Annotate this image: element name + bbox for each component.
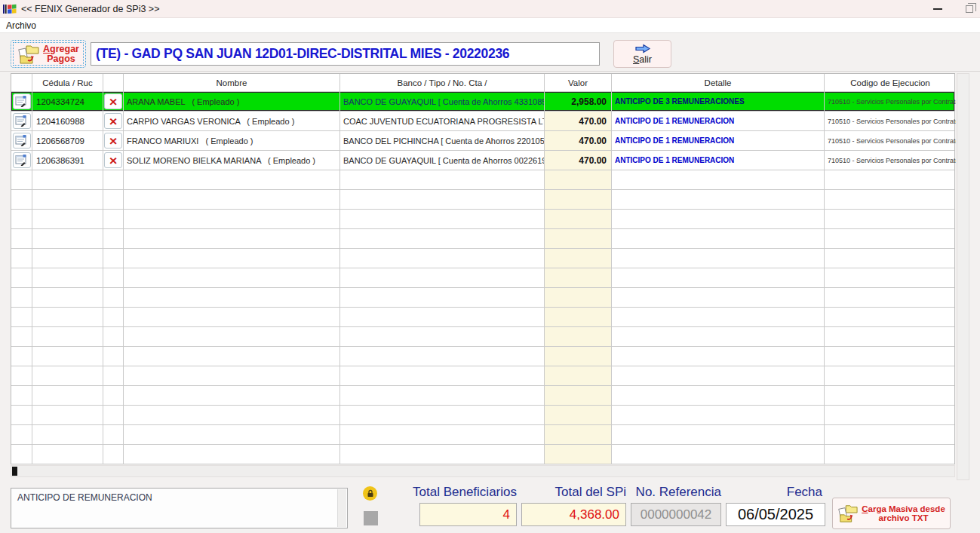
table-row-empty[interactable] xyxy=(11,229,954,249)
empty-cell xyxy=(32,445,103,464)
edit-cell xyxy=(11,112,32,130)
table-row-empty[interactable] xyxy=(11,308,954,327)
empty-cell xyxy=(103,445,124,464)
table-row-empty[interactable] xyxy=(11,288,954,308)
column-header-delete xyxy=(103,74,124,91)
empty-cell xyxy=(612,308,825,326)
empty-cell xyxy=(11,347,32,366)
empty-cell xyxy=(545,308,612,326)
carga-masiva-button[interactable]: Carga Masiva desde archivo TXT xyxy=(832,498,951,529)
empty-cell xyxy=(545,425,612,444)
table-row[interactable]: 1204334724✕ARANA MABEL ( Empleado )BANCO… xyxy=(11,92,954,112)
column-header-codigo: Codigo de Ejecucion xyxy=(825,74,956,91)
banco-cell: BANCO DE GUAYAQUIL [ Cuenta de Ahorros 0… xyxy=(340,151,545,170)
empty-cell xyxy=(340,386,545,405)
empty-cell xyxy=(124,229,340,248)
empty-cell xyxy=(825,327,956,346)
empty-cell xyxy=(545,268,612,287)
column-header-nombre: Nombre xyxy=(124,74,340,91)
total-beneficiarios-label: Total Beneficiarios xyxy=(362,485,517,501)
delete-cell: ✕ xyxy=(103,151,124,170)
empty-cell xyxy=(825,425,956,444)
table-row-empty[interactable] xyxy=(11,386,954,406)
empty-cell xyxy=(11,425,32,444)
empty-cell xyxy=(340,288,545,307)
empty-cell xyxy=(11,308,32,326)
edit-cell xyxy=(11,131,32,150)
empty-cell xyxy=(32,170,103,189)
table-row-empty[interactable] xyxy=(11,268,954,288)
menu-archivo[interactable]: Archivo xyxy=(0,20,42,31)
empty-cell xyxy=(103,268,124,287)
valor-cell: 470.00 xyxy=(545,151,612,170)
app-windows-logo-icon xyxy=(3,3,17,15)
observaciones-textarea[interactable]: ANTICIPO DE REMUNERACION xyxy=(11,488,348,528)
delete-row-button[interactable]: ✕ xyxy=(104,113,122,129)
empty-cell xyxy=(340,406,545,424)
empty-cell xyxy=(612,445,825,464)
empty-cell xyxy=(612,406,825,424)
minimize-button[interactable] xyxy=(925,0,951,18)
empty-cell xyxy=(124,268,340,287)
horizontal-scrollbar[interactable] xyxy=(11,465,955,477)
salir-button[interactable]: Salir xyxy=(613,40,671,68)
empty-cell xyxy=(32,210,103,228)
table-row[interactable]: 1206568709✕FRANCO MARIUXI ( Empleado )BA… xyxy=(11,131,954,151)
edit-row-button[interactable] xyxy=(13,152,31,168)
empty-cell xyxy=(124,445,340,464)
delete-cell: ✕ xyxy=(103,92,124,111)
empty-cell xyxy=(124,308,340,326)
empty-cell xyxy=(340,190,545,209)
table-row-empty[interactable] xyxy=(11,347,954,366)
restore-button[interactable] xyxy=(957,0,980,18)
empty-cell xyxy=(11,190,32,209)
vertical-scrollbar[interactable] xyxy=(957,73,969,480)
empty-cell xyxy=(612,386,825,405)
menu-bar: Archivo xyxy=(0,18,980,33)
table-row-empty[interactable] xyxy=(11,366,954,386)
delete-row-button[interactable]: ✕ xyxy=(104,133,122,149)
empty-cell xyxy=(32,288,103,307)
table-row[interactable]: 1204160988✕CARPIO VARGAS VERONICA ( Empl… xyxy=(11,112,954,131)
empty-cell xyxy=(103,170,124,189)
nombre-cell: SOLIZ MORENO BIELKA MARIANA ( Empleado ) xyxy=(124,151,340,170)
cedula-cell: 1206386391 xyxy=(32,151,103,170)
table-row-empty[interactable] xyxy=(11,249,954,268)
total-spi-label: Total del SPi xyxy=(528,485,626,501)
empty-cell xyxy=(124,170,340,189)
edit-row-button[interactable] xyxy=(13,113,31,129)
empty-cell xyxy=(103,347,124,366)
table-row[interactable]: 1206386391✕SOLIZ MORENO BIELKA MARIANA (… xyxy=(11,151,954,170)
no-referencia-label: No. Referencia xyxy=(623,485,721,501)
horizontal-scrollbar-thumb[interactable] xyxy=(12,467,17,476)
table-row-empty[interactable] xyxy=(11,445,954,464)
delete-row-button[interactable]: ✕ xyxy=(104,152,122,168)
empty-cell xyxy=(612,268,825,287)
empty-cell xyxy=(124,366,340,385)
table-row-empty[interactable] xyxy=(11,425,954,445)
table-row-empty[interactable] xyxy=(11,406,954,425)
table-row-empty[interactable] xyxy=(11,327,954,347)
empty-cell xyxy=(32,268,103,287)
table-row-empty[interactable] xyxy=(11,170,954,190)
cedula-cell: 1204334724 xyxy=(32,92,103,111)
empty-cell xyxy=(825,229,956,248)
edit-cell xyxy=(11,151,32,170)
edit-row-button[interactable] xyxy=(13,133,31,149)
edit-cell xyxy=(11,92,32,111)
observaciones-scrollbar[interactable] xyxy=(337,489,346,527)
delete-row-button[interactable]: ✕ xyxy=(104,93,122,109)
spi-title-field[interactable] xyxy=(91,42,600,66)
codigo-cell: 710510 - Servicios Personales por Contra… xyxy=(825,112,956,130)
app-window: << FENIX Generador de SPi3 >> Archivo Ag… xyxy=(0,0,980,533)
nombre-cell: FRANCO MARIUXI ( Empleado ) xyxy=(124,131,340,150)
fecha-field[interactable]: 06/05/2025 xyxy=(726,503,825,526)
empty-cell xyxy=(825,308,956,326)
edit-row-button[interactable] xyxy=(13,93,31,109)
agregar-pagos-button[interactable]: Agregar Pagos xyxy=(11,40,86,68)
table-row-empty[interactable] xyxy=(11,210,954,229)
empty-cell xyxy=(612,327,825,346)
empty-cell xyxy=(340,268,545,287)
table-row-empty[interactable] xyxy=(11,190,954,210)
empty-cell xyxy=(545,406,612,424)
